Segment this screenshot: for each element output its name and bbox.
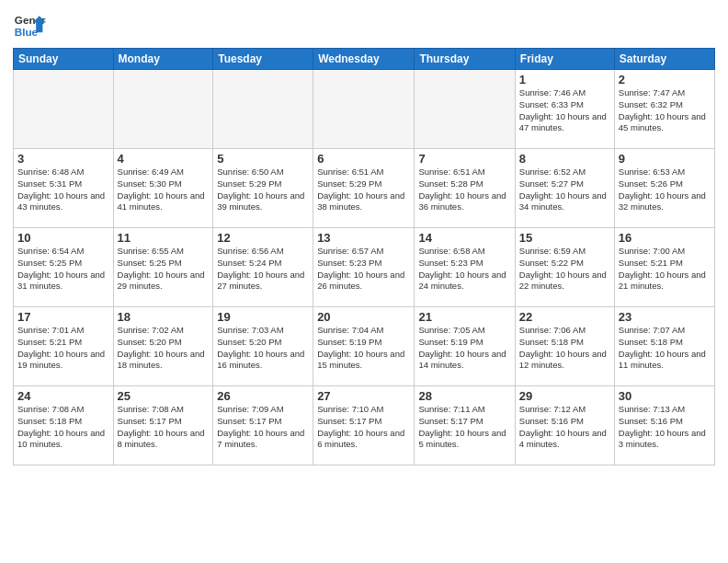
day-info: Sunrise: 6:48 AMSunset: 5:31 PMDaylight:… bbox=[17, 167, 109, 213]
calendar-cell bbox=[313, 70, 415, 149]
calendar-cell: 18Sunrise: 7:02 AMSunset: 5:20 PMDayligh… bbox=[113, 307, 213, 386]
day-info: Sunrise: 7:01 AMSunset: 5:21 PMDaylight:… bbox=[17, 325, 109, 372]
day-info: Sunrise: 7:09 AMSunset: 5:17 PMDaylight:… bbox=[217, 404, 309, 451]
day-info: Sunrise: 6:53 AMSunset: 5:26 PMDaylight:… bbox=[619, 167, 711, 213]
calendar-cell: 9Sunrise: 6:53 AMSunset: 5:26 PMDaylight… bbox=[614, 149, 714, 228]
day-number: 1 bbox=[519, 73, 610, 86]
calendar-cell: 5Sunrise: 6:50 AMSunset: 5:29 PMDaylight… bbox=[213, 149, 313, 228]
calendar-cell: 25Sunrise: 7:08 AMSunset: 5:17 PMDayligh… bbox=[113, 386, 213, 465]
calendar-day-header: Saturday bbox=[614, 49, 714, 70]
day-info: Sunrise: 6:59 AMSunset: 5:22 PMDaylight:… bbox=[519, 246, 610, 293]
calendar-cell: 26Sunrise: 7:09 AMSunset: 5:17 PMDayligh… bbox=[213, 386, 313, 465]
day-info: Sunrise: 6:58 AMSunset: 5:23 PMDaylight:… bbox=[418, 246, 510, 293]
calendar-week-row: 17Sunrise: 7:01 AMSunset: 5:21 PMDayligh… bbox=[14, 307, 715, 386]
logo-icon: General Blue bbox=[13, 9, 46, 42]
calendar-week-row: 3Sunrise: 6:48 AMSunset: 5:31 PMDaylight… bbox=[14, 149, 715, 228]
day-number: 13 bbox=[317, 231, 410, 245]
day-number: 30 bbox=[619, 389, 711, 403]
calendar-cell: 8Sunrise: 6:52 AMSunset: 5:27 PMDaylight… bbox=[515, 149, 614, 228]
day-info: Sunrise: 7:03 AMSunset: 5:20 PMDaylight:… bbox=[217, 325, 309, 372]
logo: General Blue bbox=[13, 9, 46, 42]
day-info: Sunrise: 7:08 AMSunset: 5:18 PMDaylight:… bbox=[17, 404, 109, 451]
calendar-cell: 16Sunrise: 7:00 AMSunset: 5:21 PMDayligh… bbox=[614, 228, 714, 307]
calendar-day-header: Tuesday bbox=[213, 49, 313, 70]
calendar-cell: 24Sunrise: 7:08 AMSunset: 5:18 PMDayligh… bbox=[14, 386, 114, 465]
day-number: 25 bbox=[118, 389, 210, 403]
day-number: 8 bbox=[519, 152, 610, 166]
day-number: 24 bbox=[17, 389, 109, 403]
day-number: 26 bbox=[217, 389, 309, 403]
day-number: 20 bbox=[317, 310, 410, 324]
day-info: Sunrise: 7:12 AMSunset: 5:16 PMDaylight:… bbox=[519, 404, 610, 451]
day-info: Sunrise: 7:08 AMSunset: 5:17 PMDaylight:… bbox=[118, 404, 210, 451]
day-info: Sunrise: 6:56 AMSunset: 5:24 PMDaylight:… bbox=[217, 246, 309, 293]
day-info: Sunrise: 7:46 AMSunset: 6:33 PMDaylight:… bbox=[519, 87, 610, 134]
day-number: 28 bbox=[418, 389, 510, 403]
day-number: 6 bbox=[317, 152, 410, 166]
day-number: 10 bbox=[17, 231, 109, 245]
day-number: 4 bbox=[118, 152, 210, 166]
calendar-cell: 12Sunrise: 6:56 AMSunset: 5:24 PMDayligh… bbox=[213, 228, 313, 307]
calendar-day-header: Monday bbox=[113, 49, 213, 70]
calendar-header-row: SundayMondayTuesdayWednesdayThursdayFrid… bbox=[14, 49, 715, 70]
calendar-cell: 30Sunrise: 7:13 AMSunset: 5:16 PMDayligh… bbox=[614, 386, 714, 465]
day-info: Sunrise: 7:04 AMSunset: 5:19 PMDaylight:… bbox=[317, 325, 410, 372]
day-info: Sunrise: 6:55 AMSunset: 5:25 PMDaylight:… bbox=[118, 246, 210, 293]
calendar-cell bbox=[14, 70, 114, 149]
calendar-day-header: Thursday bbox=[415, 49, 515, 70]
day-number: 22 bbox=[519, 310, 610, 324]
calendar-day-header: Wednesday bbox=[313, 49, 415, 70]
main-container: General Blue SundayMondayTuesdayWednesda… bbox=[0, 0, 728, 563]
calendar-cell: 4Sunrise: 6:49 AMSunset: 5:30 PMDaylight… bbox=[113, 149, 213, 228]
calendar-cell: 13Sunrise: 6:57 AMSunset: 5:23 PMDayligh… bbox=[313, 228, 415, 307]
day-info: Sunrise: 6:51 AMSunset: 5:29 PMDaylight:… bbox=[317, 167, 410, 213]
day-info: Sunrise: 6:52 AMSunset: 5:27 PMDaylight:… bbox=[519, 167, 610, 213]
calendar-cell: 6Sunrise: 6:51 AMSunset: 5:29 PMDaylight… bbox=[313, 149, 415, 228]
calendar-cell bbox=[213, 70, 313, 149]
calendar-cell: 2Sunrise: 7:47 AMSunset: 6:32 PMDaylight… bbox=[614, 70, 714, 149]
calendar-cell bbox=[113, 70, 213, 149]
day-number: 11 bbox=[118, 231, 210, 245]
calendar-cell: 11Sunrise: 6:55 AMSunset: 5:25 PMDayligh… bbox=[113, 228, 213, 307]
calendar-cell: 20Sunrise: 7:04 AMSunset: 5:19 PMDayligh… bbox=[313, 307, 415, 386]
day-info: Sunrise: 6:57 AMSunset: 5:23 PMDaylight:… bbox=[317, 246, 410, 293]
day-number: 27 bbox=[317, 389, 410, 403]
day-number: 17 bbox=[17, 310, 109, 324]
day-info: Sunrise: 6:54 AMSunset: 5:25 PMDaylight:… bbox=[17, 246, 109, 293]
day-info: Sunrise: 7:02 AMSunset: 5:20 PMDaylight:… bbox=[118, 325, 210, 372]
day-info: Sunrise: 7:06 AMSunset: 5:18 PMDaylight:… bbox=[519, 325, 610, 372]
day-number: 23 bbox=[619, 310, 711, 324]
day-info: Sunrise: 7:05 AMSunset: 5:19 PMDaylight:… bbox=[418, 325, 510, 372]
day-info: Sunrise: 7:47 AMSunset: 6:32 PMDaylight:… bbox=[619, 87, 711, 134]
day-info: Sunrise: 6:51 AMSunset: 5:28 PMDaylight:… bbox=[418, 167, 510, 213]
calendar-cell: 15Sunrise: 6:59 AMSunset: 5:22 PMDayligh… bbox=[515, 228, 614, 307]
day-number: 3 bbox=[17, 152, 109, 166]
calendar-week-row: 24Sunrise: 7:08 AMSunset: 5:18 PMDayligh… bbox=[14, 386, 715, 465]
day-info: Sunrise: 7:13 AMSunset: 5:16 PMDaylight:… bbox=[619, 404, 711, 451]
day-info: Sunrise: 6:50 AMSunset: 5:29 PMDaylight:… bbox=[217, 167, 309, 213]
calendar-cell: 22Sunrise: 7:06 AMSunset: 5:18 PMDayligh… bbox=[515, 307, 614, 386]
calendar-cell: 17Sunrise: 7:01 AMSunset: 5:21 PMDayligh… bbox=[14, 307, 114, 386]
day-info: Sunrise: 7:00 AMSunset: 5:21 PMDaylight:… bbox=[619, 246, 711, 293]
calendar-cell: 3Sunrise: 6:48 AMSunset: 5:31 PMDaylight… bbox=[14, 149, 114, 228]
calendar-cell: 29Sunrise: 7:12 AMSunset: 5:16 PMDayligh… bbox=[515, 386, 614, 465]
calendar-cell bbox=[415, 70, 515, 149]
day-info: Sunrise: 6:49 AMSunset: 5:30 PMDaylight:… bbox=[118, 167, 210, 213]
day-info: Sunrise: 7:07 AMSunset: 5:18 PMDaylight:… bbox=[619, 325, 711, 372]
calendar-cell: 14Sunrise: 6:58 AMSunset: 5:23 PMDayligh… bbox=[415, 228, 515, 307]
day-number: 15 bbox=[519, 231, 610, 245]
header: General Blue bbox=[13, 9, 715, 42]
calendar-cell: 28Sunrise: 7:11 AMSunset: 5:17 PMDayligh… bbox=[415, 386, 515, 465]
calendar-cell: 19Sunrise: 7:03 AMSunset: 5:20 PMDayligh… bbox=[213, 307, 313, 386]
day-number: 12 bbox=[217, 231, 309, 245]
calendar-day-header: Friday bbox=[515, 49, 614, 70]
day-info: Sunrise: 7:11 AMSunset: 5:17 PMDaylight:… bbox=[418, 404, 510, 451]
day-number: 29 bbox=[519, 389, 610, 403]
day-number: 18 bbox=[118, 310, 210, 324]
day-number: 19 bbox=[217, 310, 309, 324]
day-number: 21 bbox=[418, 310, 510, 324]
calendar-cell: 7Sunrise: 6:51 AMSunset: 5:28 PMDaylight… bbox=[415, 149, 515, 228]
day-number: 2 bbox=[619, 73, 711, 86]
calendar-cell: 23Sunrise: 7:07 AMSunset: 5:18 PMDayligh… bbox=[614, 307, 714, 386]
calendar-cell: 1Sunrise: 7:46 AMSunset: 6:33 PMDaylight… bbox=[515, 70, 614, 149]
